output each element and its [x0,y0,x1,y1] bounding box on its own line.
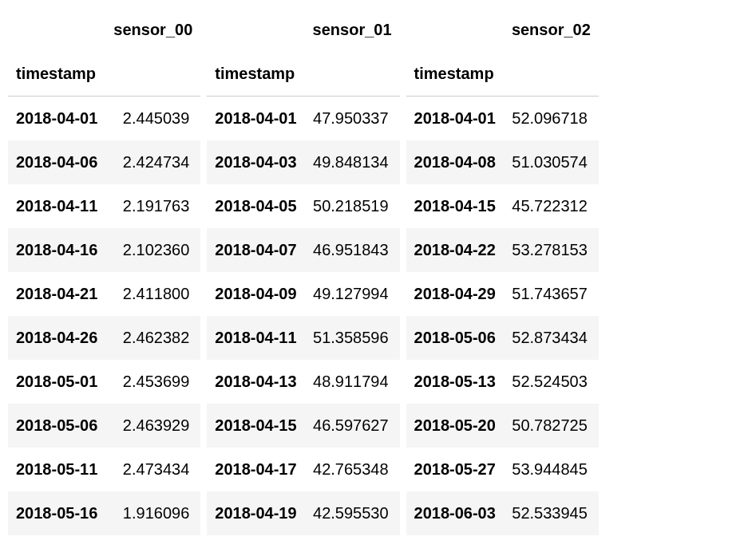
value-cell: 52.533945 [504,491,599,535]
value-cell: 46.951843 [305,228,400,272]
table-row: 2018-04-1348.911794 [207,360,399,404]
table-row: 2018-05-012.453699 [8,360,200,404]
table-row: 2018-04-0851.030574 [406,140,599,184]
table-row: 2018-05-0652.873434 [406,316,599,360]
table-row: 2018-05-2753.944845 [406,448,599,491]
timestamp-cell: 2018-04-13 [207,360,304,404]
timestamp-cell: 2018-04-16 [8,228,105,272]
value-cell: 51.358596 [305,316,400,360]
sensor-name-header: sensor_00 [105,8,200,52]
table-row: 2018-04-212.411800 [8,272,200,316]
timestamp-cell: 2018-04-08 [406,140,504,184]
table-row: 2018-04-112.191763 [8,184,200,228]
timestamp-cell: 2018-04-11 [207,316,304,360]
timestamp-cell: 2018-04-15 [406,184,504,228]
timestamp-cell: 2018-04-01 [8,97,105,141]
value-cell: 2.424734 [105,140,200,184]
timestamp-header: timestamp [8,52,105,97]
tables-container: sensor_00timestamp2018-04-012.4450392018… [8,8,736,535]
timestamp-cell: 2018-04-21 [8,272,105,316]
timestamp-cell: 2018-05-01 [8,360,105,404]
value-cell: 2.463929 [105,404,200,448]
table-row: 2018-06-0352.533945 [406,491,599,535]
value-cell: 45.722312 [504,184,599,228]
blank-corner [406,8,504,52]
value-cell: 53.944845 [504,448,599,491]
timestamp-cell: 2018-04-22 [406,228,504,272]
value-cell: 50.782725 [504,404,599,448]
value-cell: 53.278153 [504,228,599,272]
timestamp-cell: 2018-04-17 [207,448,304,491]
table-row: 2018-05-062.463929 [8,404,200,448]
table-row: 2018-04-0147.950337 [207,97,399,141]
value-cell: 51.030574 [504,140,599,184]
timestamp-cell: 2018-04-09 [207,272,304,316]
sensor-table: sensor_00timestamp2018-04-012.4450392018… [8,8,200,535]
table-row: 2018-05-2050.782725 [406,404,599,448]
timestamp-cell: 2018-05-11 [8,448,105,491]
timestamp-cell: 2018-04-26 [8,316,105,360]
table-row: 2018-04-0949.127994 [207,272,399,316]
timestamp-cell: 2018-04-11 [8,184,105,228]
value-cell: 46.597627 [305,404,400,448]
value-cell: 52.524503 [504,360,599,404]
value-cell: 47.950337 [305,97,400,141]
timestamp-header: timestamp [207,52,304,97]
value-cell: 2.453699 [105,360,200,404]
timestamp-cell: 2018-04-03 [207,140,304,184]
sensor-name-header: sensor_02 [504,8,599,52]
timestamp-header: timestamp [406,52,504,97]
value-cell: 2.462382 [105,316,200,360]
table-row: 2018-04-062.424734 [8,140,200,184]
blank-header [504,52,599,97]
table-row: 2018-04-2951.743657 [406,272,599,316]
value-cell: 2.445039 [105,97,200,141]
table-row: 2018-05-1352.524503 [406,360,599,404]
timestamp-cell: 2018-04-01 [207,97,304,141]
value-cell: 48.911794 [305,360,400,404]
table-row: 2018-05-112.473434 [8,448,200,491]
timestamp-cell: 2018-04-15 [207,404,304,448]
value-cell: 2.102360 [105,228,200,272]
timestamp-cell: 2018-04-01 [406,97,504,141]
sensor-table: sensor_02timestamp2018-04-0152.096718201… [406,8,599,535]
value-cell: 50.218519 [305,184,400,228]
timestamp-cell: 2018-05-16 [8,491,105,535]
value-cell: 49.127994 [305,272,400,316]
timestamp-cell: 2018-04-07 [207,228,304,272]
value-cell: 2.473434 [105,448,200,491]
value-cell: 42.595530 [305,491,400,535]
table-row: 2018-04-0746.951843 [207,228,399,272]
blank-header [105,52,200,97]
value-cell: 42.765348 [305,448,400,491]
table-row: 2018-04-1546.597627 [207,404,399,448]
timestamp-cell: 2018-05-27 [406,448,504,491]
timestamp-cell: 2018-04-06 [8,140,105,184]
timestamp-cell: 2018-06-03 [406,491,504,535]
table-row: 2018-04-1545.722312 [406,184,599,228]
value-cell: 51.743657 [504,272,599,316]
value-cell: 52.096718 [504,97,599,141]
timestamp-cell: 2018-05-13 [406,360,504,404]
timestamp-cell: 2018-05-06 [406,316,504,360]
table-row: 2018-05-161.916096 [8,491,200,535]
table-row: 2018-04-0152.096718 [406,97,599,141]
table-row: 2018-04-2253.278153 [406,228,599,272]
timestamp-cell: 2018-04-05 [207,184,304,228]
table-row: 2018-04-162.102360 [8,228,200,272]
timestamp-cell: 2018-04-29 [406,272,504,316]
sensor-name-header: sensor_01 [305,8,400,52]
value-cell: 49.848134 [305,140,400,184]
blank-corner [207,8,304,52]
blank-header [305,52,400,97]
table-row: 2018-04-1942.595530 [207,491,399,535]
table-row: 2018-04-0349.848134 [207,140,399,184]
blank-corner [8,8,105,52]
timestamp-cell: 2018-05-06 [8,404,105,448]
value-cell: 2.411800 [105,272,200,316]
value-cell: 52.873434 [504,316,599,360]
sensor-table: sensor_01timestamp2018-04-0147.950337201… [207,8,399,535]
timestamp-cell: 2018-05-20 [406,404,504,448]
table-row: 2018-04-1151.358596 [207,316,399,360]
table-row: 2018-04-262.462382 [8,316,200,360]
